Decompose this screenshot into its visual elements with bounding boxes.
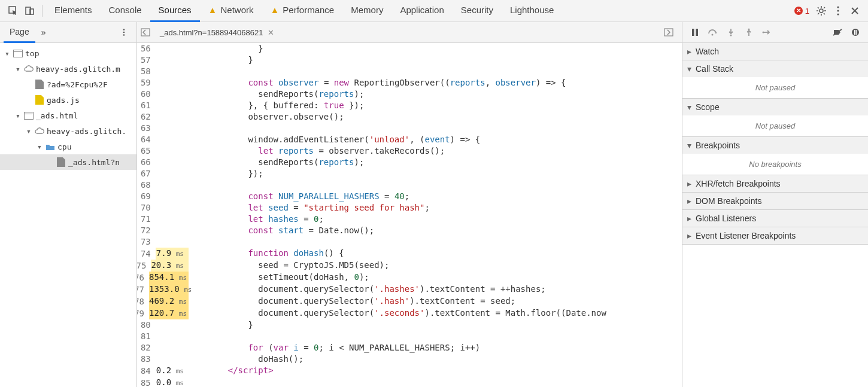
inspect-element-icon[interactable] [5, 2, 22, 19]
top-tab-application[interactable]: Application [391, 0, 452, 20]
code-line[interactable]: 71 let hashes = 0; [137, 214, 682, 225]
line-gutter[interactable]: 68 [137, 179, 192, 191]
line-gutter[interactable]: 82 [137, 342, 192, 354]
nav-forward-icon[interactable] [664, 28, 678, 36]
code-line[interactable]: 7520.3 ms seed = CryptoJS.MD5(seed); [137, 260, 682, 272]
line-gutter[interactable]: 747.9 ms [137, 248, 192, 260]
editor-file-tab[interactable]: _ads.html?n=1588944068621 ✕ [155, 25, 279, 39]
debug-section-header[interactable]: ▾Scope [682, 99, 868, 115]
code-line[interactable]: 82 for (var i = 0; i < NUM_PARALLEL_HASH… [137, 342, 682, 354]
code-line[interactable]: 61 }, { buffered: true }); [137, 100, 682, 111]
device-toolbar-icon[interactable] [22, 2, 38, 19]
line-gutter[interactable]: 7520.3 ms [137, 260, 192, 272]
line-gutter[interactable]: 60 [137, 89, 192, 100]
line-gutter[interactable]: 80 [137, 319, 192, 331]
line-gutter[interactable]: 61 [137, 100, 192, 111]
code-editor[interactable]: 56 }57 }58 59 const observer = new Repor… [137, 43, 682, 387]
code-line[interactable]: 64 window.addEventListener('unload', (ev… [137, 134, 682, 145]
code-line[interactable]: 83 doHash(); [137, 354, 682, 365]
line-gutter[interactable]: 83 [137, 354, 192, 365]
line-gutter[interactable]: 63 [137, 123, 192, 134]
deactivate-breakpoints-icon[interactable] [828, 23, 846, 41]
line-gutter[interactable]: 81 [137, 331, 192, 342]
line-gutter[interactable]: 62 [137, 111, 192, 123]
step-icon[interactable] [758, 23, 776, 41]
expand-arrow-icon[interactable]: ▾ [4, 49, 11, 58]
code-line[interactable]: 840.2 ms </script> [137, 365, 682, 377]
line-gutter[interactable]: 56 [137, 43, 192, 54]
code-line[interactable]: 76854.1 ms setTimeout(doHash, 0); [137, 272, 682, 284]
nav-back-icon[interactable] [141, 28, 155, 36]
line-gutter[interactable]: 69 [137, 191, 192, 202]
tree-item[interactable]: ▾heavy-ads.glitch.m [0, 61, 136, 77]
top-tab-sources[interactable]: Sources [150, 0, 200, 22]
line-gutter[interactable]: 73 [137, 236, 192, 248]
tree-item[interactable]: ?ad=%2Fcpu%2F [0, 77, 136, 92]
top-tab-elements[interactable]: Elements [46, 0, 101, 20]
settings-icon[interactable] [813, 2, 830, 19]
line-gutter[interactable]: 79120.7 ms [137, 307, 192, 319]
code-line[interactable]: 65 let reports = observer.takeRecords(); [137, 145, 682, 157]
code-line[interactable]: 70 let seed = "starting seed for hash"; [137, 202, 682, 214]
step-into-icon[interactable] [722, 23, 740, 41]
line-gutter[interactable]: 850.0 ms [137, 377, 192, 387]
top-tab-console[interactable]: Console [101, 0, 150, 20]
tree-item[interactable]: ▾top [0, 45, 136, 61]
expand-arrow-icon[interactable]: ▾ [25, 127, 32, 136]
debug-section-header[interactable]: ▸DOM Breakpoints [682, 193, 868, 209]
code-line[interactable]: 56 } [137, 43, 682, 54]
top-tab-security[interactable]: Security [453, 0, 502, 20]
code-line[interactable]: 63 [137, 123, 682, 134]
line-gutter[interactable]: 59 [137, 77, 192, 89]
debug-section-header[interactable]: ▾Call Stack [682, 60, 868, 77]
line-gutter[interactable]: 67 [137, 168, 192, 179]
line-gutter[interactable]: 76854.1 ms [137, 272, 192, 284]
debug-section-header[interactable]: ▸Global Listeners [682, 210, 868, 227]
code-line[interactable]: 771353.0 ms document.querySelector('.has… [137, 284, 682, 295]
line-gutter[interactable]: 840.2 ms [137, 365, 192, 377]
close-devtools-icon[interactable] [846, 2, 863, 19]
code-line[interactable]: 59 const observer = new ReportingObserve… [137, 77, 682, 89]
kebab-menu-icon[interactable] [830, 2, 846, 19]
tree-item[interactable]: ▾cpu [0, 139, 136, 154]
code-line[interactable]: 67 }); [137, 168, 682, 179]
file-tree[interactable]: ▾top▾heavy-ads.glitch.m?ad=%2Fcpu%2Fgads… [0, 43, 136, 387]
line-gutter[interactable]: 64 [137, 134, 192, 145]
step-over-icon[interactable] [704, 23, 722, 41]
line-gutter[interactable]: 70 [137, 202, 192, 214]
code-line[interactable]: 79120.7 ms document.querySelector('.seco… [137, 307, 682, 319]
top-tab-lighthouse[interactable]: Lighthouse [502, 0, 562, 20]
navigator-kebab-icon[interactable] [120, 28, 133, 36]
tree-item[interactable]: ▾_ads.html [0, 108, 136, 123]
debug-section-header[interactable]: ▾Breakpoints [682, 137, 868, 154]
line-gutter[interactable]: 771353.0 ms [137, 284, 192, 295]
debug-section-header[interactable]: ▸XHR/fetch Breakpoints [682, 175, 868, 192]
line-gutter[interactable]: 66 [137, 157, 192, 168]
line-gutter[interactable]: 71 [137, 214, 192, 225]
line-gutter[interactable]: 58 [137, 66, 192, 77]
tree-item[interactable]: ▾heavy-ads.glitch. [0, 123, 136, 139]
navigator-subtab-page[interactable]: Page [4, 22, 35, 43]
code-line[interactable]: 850.0 ms [137, 377, 682, 387]
code-line[interactable]: 66 sendReports(reports); [137, 157, 682, 168]
code-line[interactable]: 68 [137, 179, 682, 191]
tree-item[interactable]: gads.js [0, 92, 136, 108]
top-tab-memory[interactable]: Memory [342, 0, 391, 20]
pause-button-icon[interactable] [686, 23, 704, 41]
navigator-more-tabs-icon[interactable]: » [35, 23, 52, 42]
code-line[interactable]: 69 const NUM_PARALLEL_HASHERS = 40; [137, 191, 682, 202]
expand-arrow-icon[interactable]: ▾ [14, 65, 22, 74]
line-gutter[interactable]: 78469.2 ms [137, 295, 192, 307]
code-line[interactable]: 62 observer.observe(); [137, 111, 682, 123]
top-tab-network[interactable]: ▲Network [200, 0, 262, 20]
code-line[interactable]: 73 [137, 236, 682, 248]
top-tab-performance[interactable]: ▲Performance [262, 0, 342, 20]
line-gutter[interactable]: 57 [137, 54, 192, 66]
expand-arrow-icon[interactable]: ▾ [14, 111, 22, 120]
step-out-icon[interactable] [740, 23, 758, 41]
code-line[interactable]: 80 } [137, 319, 682, 331]
code-line[interactable]: 81 [137, 331, 682, 342]
code-line[interactable]: 78469.2 ms document.querySelector('.hash… [137, 295, 682, 307]
tree-item[interactable]: _ads.html?n [0, 154, 136, 170]
close-tab-icon[interactable]: ✕ [268, 28, 274, 37]
